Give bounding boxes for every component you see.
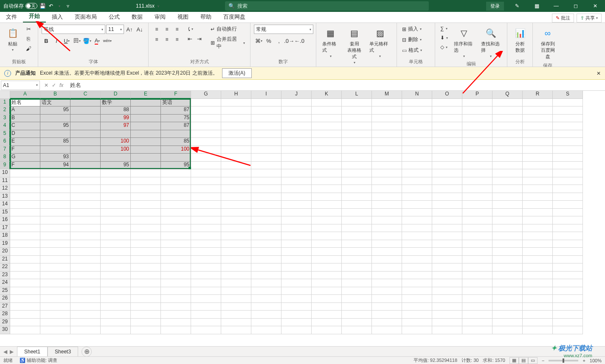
cell[interactable]: F <box>10 162 40 170</box>
cell[interactable] <box>191 99 221 107</box>
cell[interactable] <box>131 185 161 193</box>
cell[interactable] <box>492 303 523 311</box>
cell[interactable] <box>342 130 372 138</box>
cell[interactable] <box>221 232 251 240</box>
cell[interactable]: D <box>10 130 40 138</box>
cell[interactable] <box>342 240 372 248</box>
row-header[interactable]: 16 <box>0 216 10 224</box>
autosave-toggle[interactable]: 自动保存 关 <box>3 3 37 10</box>
cell[interactable] <box>281 138 312 146</box>
cell[interactable] <box>432 216 462 224</box>
cell[interactable] <box>492 106 523 115</box>
fx-icon[interactable]: fx <box>59 82 63 88</box>
cell[interactable] <box>523 154 553 162</box>
cell[interactable] <box>10 303 40 311</box>
cell[interactable] <box>342 319 372 327</box>
cell[interactable] <box>492 138 523 146</box>
save-baidu-button[interactable]: ∞保存到 百度网盘 <box>536 25 559 62</box>
cell[interactable] <box>281 287 312 295</box>
cell[interactable] <box>281 256 312 264</box>
cell[interactable] <box>191 303 221 311</box>
cell[interactable] <box>191 130 221 138</box>
cell[interactable] <box>70 130 101 138</box>
clear-icon[interactable]: ◇▾ <box>439 43 450 51</box>
cell[interactable] <box>161 263 191 272</box>
cell[interactable] <box>402 319 432 327</box>
cell[interactable] <box>492 232 523 240</box>
cell[interactable] <box>462 311 492 319</box>
row-header[interactable]: 8 <box>0 154 10 162</box>
cell[interactable] <box>553 115 583 123</box>
cell[interactable] <box>191 169 221 177</box>
border-icon[interactable]: 田▾ <box>72 36 82 45</box>
row-header[interactable]: 10 <box>0 169 10 177</box>
cell[interactable] <box>462 99 492 107</box>
cell[interactable] <box>402 115 432 123</box>
cell[interactable] <box>492 240 523 248</box>
cell[interactable] <box>40 272 70 280</box>
cell[interactable] <box>131 272 161 280</box>
cell[interactable] <box>70 319 101 327</box>
cell[interactable] <box>131 201 161 209</box>
row-header[interactable]: 22 <box>0 263 10 272</box>
cell[interactable] <box>342 287 372 295</box>
cell[interactable] <box>402 177 432 185</box>
cell[interactable] <box>10 169 40 177</box>
cell[interactable] <box>312 263 342 272</box>
cell[interactable] <box>70 326 101 334</box>
bold-icon[interactable]: B <box>42 36 51 45</box>
cell[interactable] <box>312 311 342 319</box>
filename-dropdown-icon[interactable]: ∨ <box>157 4 160 8</box>
cut-icon[interactable]: ✂ <box>24 25 33 33</box>
cell[interactable] <box>221 248 251 256</box>
conditional-format-button[interactable]: ▦条件格式▾ <box>320 25 342 60</box>
cell[interactable] <box>101 279 131 287</box>
cell[interactable] <box>10 224 40 232</box>
cell[interactable] <box>281 216 312 224</box>
cell[interactable] <box>553 326 583 334</box>
row-header[interactable]: 18 <box>0 232 10 240</box>
cell[interactable] <box>70 263 101 272</box>
cell[interactable] <box>101 154 131 162</box>
cell[interactable] <box>221 287 251 295</box>
cell[interactable] <box>251 287 281 295</box>
cell[interactable] <box>342 232 372 240</box>
cell[interactable] <box>462 224 492 232</box>
cell[interactable] <box>251 99 281 107</box>
cell[interactable] <box>402 311 432 319</box>
tab-home[interactable]: 开始 <box>23 11 46 22</box>
cell[interactable] <box>161 201 191 209</box>
cell[interactable] <box>523 122 553 130</box>
cell[interactable] <box>70 115 101 123</box>
cell[interactable] <box>40 224 70 232</box>
cell[interactable] <box>372 295 402 303</box>
cell[interactable] <box>161 209 191 217</box>
column-header[interactable]: M <box>372 91 402 99</box>
cell[interactable] <box>221 99 251 107</box>
cell[interactable] <box>101 177 131 185</box>
cell[interactable] <box>523 193 553 201</box>
cell[interactable]: 87 <box>161 106 191 115</box>
cell[interactable] <box>553 193 583 201</box>
cell[interactable] <box>191 326 221 334</box>
fill-color-icon[interactable]: 🪣▾ <box>82 36 92 45</box>
cell[interactable] <box>161 326 191 334</box>
cell[interactable] <box>402 240 432 248</box>
cell[interactable] <box>131 216 161 224</box>
cell[interactable] <box>10 272 40 280</box>
cell[interactable] <box>492 209 523 217</box>
cell[interactable] <box>462 287 492 295</box>
cell[interactable] <box>312 287 342 295</box>
cell[interactable] <box>523 295 553 303</box>
cell[interactable] <box>553 272 583 280</box>
cell[interactable] <box>131 256 161 264</box>
cell[interactable] <box>432 185 462 193</box>
cell[interactable] <box>372 162 402 170</box>
cell[interactable] <box>101 248 131 256</box>
cell[interactable] <box>523 146 553 154</box>
cell[interactable] <box>402 263 432 272</box>
column-header[interactable]: G <box>191 91 221 99</box>
cell[interactable] <box>553 209 583 217</box>
cell[interactable] <box>432 303 462 311</box>
phonetic-icon[interactable]: wén▾ <box>103 36 112 45</box>
